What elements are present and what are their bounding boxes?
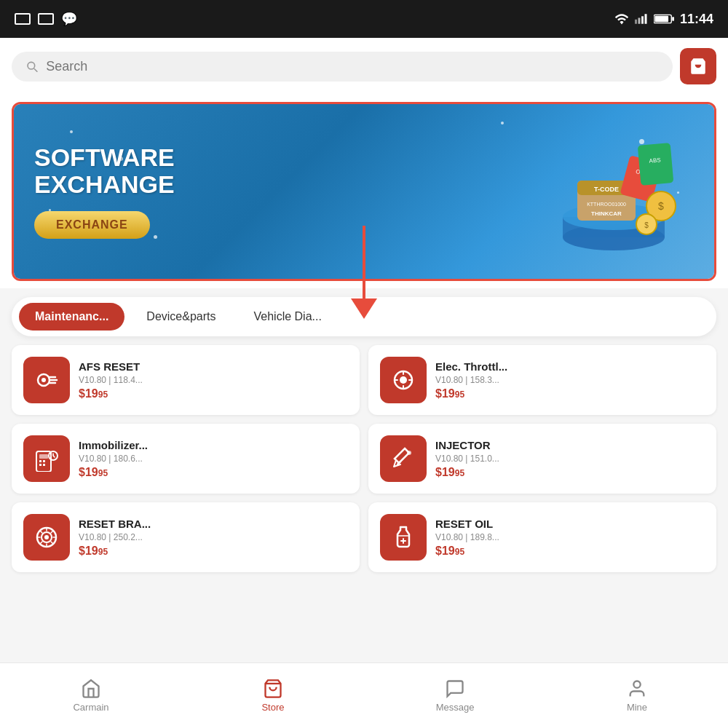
tab-maintenance[interactable]: Maintenanc... bbox=[19, 303, 124, 331]
time-display: 11:44 bbox=[680, 12, 713, 27]
svg-text:THINKCAR: THINKCAR bbox=[591, 210, 622, 217]
nav-mine[interactable]: Mine bbox=[546, 663, 728, 728]
key-icon bbox=[33, 446, 60, 472]
signal-icon bbox=[635, 13, 648, 25]
search-input-wrapper[interactable] bbox=[12, 52, 673, 82]
product-grid: AFS RESET V10.80 | 118.4... $1995 Elec. … bbox=[0, 345, 728, 572]
throttle-icon bbox=[390, 367, 416, 393]
svg-rect-0 bbox=[635, 20, 637, 24]
svg-point-27 bbox=[400, 376, 407, 384]
bottom-nav: Carmain Store Message Mine bbox=[0, 662, 728, 728]
status-bar-right: 11:44 bbox=[614, 12, 713, 27]
search-input[interactable] bbox=[46, 59, 660, 74]
product-card[interactable]: INJECTOR V10.80 | 151.0... $1995 bbox=[368, 424, 716, 494]
nav-label-carmain: Carmain bbox=[73, 702, 108, 713]
product-version: V10.80 | 250.2... bbox=[79, 532, 348, 542]
product-version: V10.80 | 118.4... bbox=[79, 375, 348, 385]
wifi-icon bbox=[614, 13, 629, 25]
phone-screen: SOFTWAREEXCHANGE EXCHANGE T-CODE bbox=[0, 38, 728, 728]
status-icon-1 bbox=[15, 13, 31, 25]
product-card[interactable]: Immobilizer... V10.80 | 180.6... $1995 bbox=[12, 424, 360, 494]
product-version: V10.80 | 189.8... bbox=[435, 532, 705, 542]
svg-rect-5 bbox=[654, 16, 668, 22]
arrow-line bbox=[363, 226, 365, 298]
product-version: V10.80 | 158.3... bbox=[435, 375, 705, 385]
product-info-throttle: Elec. Throttl... V10.80 | 158.3... $1995 bbox=[435, 360, 705, 400]
svg-point-25 bbox=[41, 378, 46, 382]
svg-point-35 bbox=[407, 451, 411, 455]
svg-rect-3 bbox=[644, 14, 646, 24]
product-price: $1995 bbox=[435, 466, 705, 479]
tab-device[interactable]: Device&parts bbox=[130, 303, 232, 331]
oil-icon bbox=[390, 524, 416, 550]
product-info-oil: RESET OIL V10.80 | 189.8... $1995 bbox=[435, 518, 705, 558]
svg-rect-17 bbox=[638, 143, 674, 186]
svg-text:KTTHROO01000: KTTHROO01000 bbox=[587, 202, 626, 207]
svg-rect-33 bbox=[43, 464, 45, 466]
nav-label-message: Message bbox=[436, 702, 475, 713]
svg-rect-6 bbox=[672, 17, 674, 21]
product-card[interactable]: RESET OIL V10.80 | 189.8... $1995 bbox=[368, 502, 716, 572]
product-icon-immobilizer bbox=[23, 435, 70, 482]
svg-text:T-CODE: T-CODE bbox=[594, 186, 619, 193]
cart-button[interactable] bbox=[680, 48, 716, 84]
injector-icon bbox=[390, 446, 416, 472]
product-card[interactable]: Elec. Throttl... V10.80 | 158.3... $1995 bbox=[368, 345, 716, 415]
svg-text:$: $ bbox=[658, 200, 664, 212]
headlight-icon bbox=[33, 367, 60, 393]
battery-icon bbox=[654, 13, 674, 25]
product-icon-oil bbox=[380, 514, 427, 561]
product-price: $1995 bbox=[79, 466, 348, 479]
nav-label-mine: Mine bbox=[627, 702, 647, 713]
arrow-overlay bbox=[351, 226, 377, 319]
product-price: $1995 bbox=[435, 387, 705, 400]
brake-icon bbox=[33, 524, 60, 550]
user-icon bbox=[627, 678, 647, 699]
product-icon-injector bbox=[380, 435, 427, 482]
exchange-button[interactable]: EXCHANGE bbox=[34, 211, 150, 239]
product-name: RESET BRA... bbox=[79, 518, 348, 530]
svg-rect-1 bbox=[638, 18, 640, 24]
status-icon-2 bbox=[38, 13, 54, 25]
product-price: $1995 bbox=[435, 545, 705, 558]
svg-rect-30 bbox=[39, 460, 41, 462]
search-bar-container bbox=[0, 38, 728, 95]
banner-right: T-CODE KTTHROO01000 THINKCAR OCR ABS bbox=[519, 119, 694, 264]
product-name: Elec. Throttl... bbox=[435, 360, 705, 373]
svg-rect-29 bbox=[39, 454, 48, 459]
banner-illustration: T-CODE KTTHROO01000 THINKCAR OCR ABS bbox=[526, 122, 687, 261]
message-icon bbox=[445, 678, 465, 699]
banner-title: SOFTWAREEXCHANGE bbox=[34, 144, 519, 199]
search-icon bbox=[25, 59, 39, 74]
nav-message[interactable]: Message bbox=[364, 663, 546, 728]
store-cart-icon bbox=[263, 678, 283, 699]
product-icon-brake bbox=[23, 514, 70, 561]
product-price: $1995 bbox=[79, 545, 348, 558]
svg-text:$: $ bbox=[644, 221, 649, 229]
wechat-icon: 💬 bbox=[61, 11, 77, 27]
home-icon bbox=[81, 678, 101, 699]
product-name: RESET OIL bbox=[435, 518, 705, 530]
nav-store[interactable]: Store bbox=[182, 663, 364, 728]
product-card[interactable]: RESET BRA... V10.80 | 250.2... $1995 bbox=[12, 502, 360, 572]
product-version: V10.80 | 151.0... bbox=[435, 454, 705, 464]
arrow-head bbox=[351, 298, 377, 319]
banner-left: SOFTWAREEXCHANGE EXCHANGE bbox=[34, 144, 519, 240]
status-bar-left: 💬 bbox=[15, 11, 77, 27]
product-icon-throttle bbox=[380, 357, 427, 403]
product-card[interactable]: AFS RESET V10.80 | 118.4... $1995 bbox=[12, 345, 360, 415]
tab-vehicle[interactable]: Vehicle Dia... bbox=[238, 303, 338, 331]
svg-rect-2 bbox=[641, 16, 644, 24]
svg-text:ABS: ABS bbox=[649, 157, 661, 164]
product-info-injector: INJECTOR V10.80 | 151.0... $1995 bbox=[435, 439, 705, 479]
svg-rect-31 bbox=[43, 460, 45, 462]
product-icon-afs bbox=[23, 357, 70, 403]
product-info-afs: AFS RESET V10.80 | 118.4... $1995 bbox=[79, 360, 348, 400]
nav-carmain[interactable]: Carmain bbox=[0, 663, 182, 728]
status-bar: 💬 11:44 bbox=[0, 0, 728, 38]
product-info-immobilizer: Immobilizer... V10.80 | 180.6... $1995 bbox=[79, 439, 348, 479]
product-info-brake: RESET BRA... V10.80 | 250.2... $1995 bbox=[79, 518, 348, 558]
product-version: V10.80 | 180.6... bbox=[79, 454, 348, 464]
svg-point-38 bbox=[44, 535, 49, 539]
product-name: Immobilizer... bbox=[79, 439, 348, 451]
